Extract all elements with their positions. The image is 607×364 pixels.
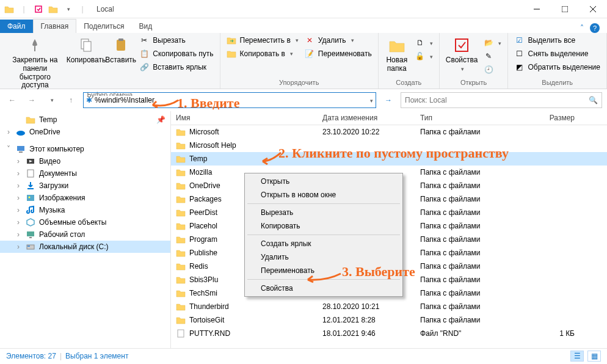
- context-menu-item[interactable]: Открыть: [246, 175, 401, 188]
- tab-view[interactable]: Вид: [131, 20, 159, 33]
- table-row[interactable]: PUTTY.RND18.01.2021 9:46Файл "RND"1 КБ: [171, 327, 607, 340]
- edit-button[interactable]: ✎: [481, 50, 504, 62]
- svg-rect-5: [118, 38, 123, 41]
- go-button[interactable]: →: [381, 93, 396, 107]
- search-bar[interactable]: 🔍: [401, 92, 602, 108]
- tree-node[interactable]: Temp📌: [0, 114, 170, 126]
- row-size: [531, 318, 580, 322]
- context-menu-item[interactable]: Вырезать: [246, 206, 401, 219]
- select-all-button[interactable]: ☑Выделить все: [512, 34, 603, 46]
- ribbon-group-organize: Переместить в Копировать в ✕Удалить 📝Пер…: [220, 33, 379, 89]
- tree-node[interactable]: ›Объемные объекты: [0, 216, 170, 228]
- row-icon: [176, 315, 186, 325]
- table-row[interactable]: TortoiseGit12.01.2021 8:28Папка с файлам…: [171, 313, 607, 327]
- view-icons-button[interactable]: ▦: [587, 351, 601, 362]
- search-icon[interactable]: 🔍: [589, 96, 598, 104]
- address-input[interactable]: [95, 96, 369, 104]
- delete-button[interactable]: ✕Удалить: [302, 34, 374, 46]
- table-row[interactable]: Thunderbird28.10.2020 10:21Папка с файла…: [171, 300, 607, 313]
- row-name: Packages: [189, 195, 222, 203]
- tree-node[interactable]: ›Музыка: [0, 204, 170, 216]
- tree-node[interactable]: ›OneDrive: [0, 126, 170, 138]
- tree-twisty-icon[interactable]: ›: [15, 242, 22, 251]
- address-bar[interactable]: ✱: [83, 92, 376, 108]
- tree-twisty-icon[interactable]: ›: [15, 157, 22, 166]
- row-icon: [176, 235, 186, 244]
- qat-new-folder-icon[interactable]: [46, 2, 60, 16]
- navigation-tree[interactable]: Temp📌›OneDrive˅Этот компьютер›Видео›Доку…: [0, 111, 171, 348]
- context-menu-item[interactable]: Удалить: [246, 250, 401, 264]
- tree-icon: [26, 230, 35, 239]
- copy-path-button[interactable]: 📋Скопировать путь: [137, 48, 216, 60]
- tree-twisty-icon[interactable]: ›: [15, 230, 22, 239]
- row-icon: [176, 208, 186, 217]
- view-details-button[interactable]: ☰: [570, 351, 584, 362]
- copy-to-button[interactable]: Копировать в: [224, 48, 301, 60]
- row-size: [531, 156, 580, 161]
- context-menu-item[interactable]: Копировать: [246, 219, 401, 233]
- cut-button[interactable]: ✂Вырезать: [137, 34, 216, 46]
- context-menu-item[interactable]: Открыть в новом окне: [246, 188, 401, 202]
- paste-shortcut-button[interactable]: 🔗Вставить ярлык: [137, 61, 216, 73]
- select-none-button[interactable]: ☐Снять выделение: [512, 48, 603, 60]
- tree-twisty-icon[interactable]: ›: [15, 181, 22, 190]
- context-menu-item[interactable]: Переименовать: [246, 264, 401, 277]
- up-button[interactable]: ↑: [64, 93, 78, 107]
- context-menu-item[interactable]: Свойства: [246, 282, 401, 295]
- column-header-type[interactable]: Тип: [415, 111, 531, 125]
- address-dropdown-icon[interactable]: [369, 96, 373, 104]
- properties-button[interactable]: Свойства: [443, 34, 481, 75]
- tree-node[interactable]: ›Загрузки: [0, 180, 170, 192]
- qat-properties-icon[interactable]: [32, 2, 45, 16]
- column-header-date[interactable]: Дата изменения: [318, 111, 415, 125]
- tree-twisty-icon[interactable]: ›: [5, 128, 12, 136]
- tab-file[interactable]: Файл: [0, 20, 33, 33]
- open-button[interactable]: 📂: [481, 37, 504, 49]
- ribbon-collapse-icon[interactable]: ˄: [580, 24, 584, 32]
- tree-twisty-icon[interactable]: ›: [15, 169, 22, 178]
- row-type: [415, 143, 531, 148]
- tree-node[interactable]: ›Рабочий стол: [0, 228, 170, 241]
- search-input[interactable]: [405, 96, 585, 104]
- tree-node[interactable]: ›Локальный диск (C:): [0, 241, 170, 253]
- row-icon: [176, 221, 186, 231]
- tree-node[interactable]: ˅Этот компьютер: [0, 143, 170, 155]
- pin-to-quick-access-button[interactable]: Закрепить на панели быстрого доступа: [4, 34, 67, 91]
- maximize-button[interactable]: [551, 0, 579, 18]
- back-button[interactable]: ←: [5, 93, 20, 107]
- table-row[interactable]: Temp: [171, 152, 607, 166]
- forward-button[interactable]: →: [24, 93, 39, 107]
- tab-home[interactable]: Главная: [33, 19, 77, 33]
- move-to-button[interactable]: Переместить в: [224, 34, 301, 46]
- paste-button[interactable]: Вставить: [106, 34, 136, 66]
- column-header-name[interactable]: Имя: [171, 111, 318, 125]
- row-icon: [176, 154, 186, 164]
- invert-selection-button[interactable]: ◩Обратить выделение: [512, 61, 603, 73]
- row-name: TortoiseGit: [189, 316, 224, 324]
- tree-node[interactable]: ›Изображения: [0, 192, 170, 204]
- tree-twisty-icon[interactable]: ˅: [5, 145, 12, 153]
- easy-access-button[interactable]: 🔓: [413, 50, 435, 62]
- history-button[interactable]: 🕘: [481, 64, 504, 76]
- context-menu-item[interactable]: Создать ярлык: [246, 237, 401, 250]
- table-row[interactable]: Microsoft23.10.2020 10:22Папка с файлами: [171, 125, 607, 139]
- column-header-size[interactable]: Размер: [531, 111, 580, 125]
- copy-button[interactable]: Копировать: [68, 34, 104, 66]
- tree-twisty-icon[interactable]: ›: [15, 194, 22, 202]
- new-item-button[interactable]: 🗋: [413, 37, 435, 49]
- history-dropdown[interactable]: [44, 93, 59, 107]
- help-icon[interactable]: ?: [590, 23, 600, 33]
- tree-node[interactable]: ›Видео: [0, 155, 170, 167]
- tree-twisty-icon[interactable]: ›: [15, 206, 22, 214]
- folder-icon[interactable]: [2, 2, 16, 16]
- minimize-button[interactable]: [523, 0, 551, 18]
- rename-button[interactable]: 📝Переименовать: [302, 48, 374, 60]
- tab-share[interactable]: Поделиться: [76, 20, 131, 33]
- qat-customize-icon[interactable]: [61, 2, 75, 16]
- new-folder-button[interactable]: Новая папка: [382, 34, 412, 75]
- table-row[interactable]: Microsoft Help: [171, 139, 607, 152]
- close-button[interactable]: [579, 0, 607, 18]
- tree-twisty-icon[interactable]: ›: [15, 218, 22, 227]
- shortcut-icon: 🔗: [139, 62, 149, 72]
- tree-node[interactable]: ›Документы: [0, 167, 170, 180]
